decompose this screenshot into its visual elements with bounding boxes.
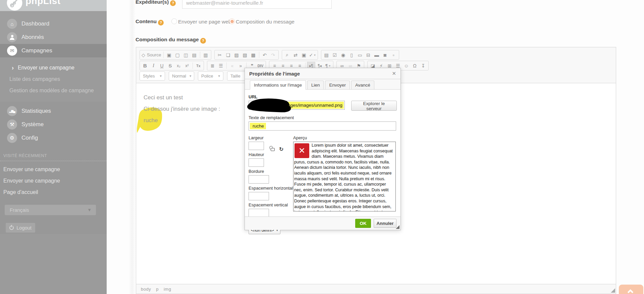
dialog-tab[interactable]: Informations sur l'image (250, 80, 306, 90)
sender-input[interactable] (182, 0, 332, 9)
language-select[interactable]: Français ▼ (5, 205, 96, 215)
paste-word-icon: ▩ (251, 52, 255, 58)
outdent-button[interactable]: « (228, 62, 236, 70)
chevron-down-icon: ▾ (160, 74, 162, 78)
ok-button[interactable]: OK (355, 219, 371, 228)
paste-text-button[interactable]: ▧ (241, 51, 249, 59)
select-field-button[interactable]: ⊟ (364, 51, 373, 59)
reset-size-icon[interactable]: ↻ (279, 147, 283, 152)
element-path-item[interactable]: img (164, 287, 171, 292)
submenu-item-envoyer-une-campagne[interactable]: › Envoyer une campagne (0, 62, 107, 74)
radio-compose-label[interactable]: Composition du message (236, 19, 294, 25)
sidebar-item-statistiques[interactable]: ▂▆▄ Statistiques (0, 104, 107, 118)
strike-button[interactable]: S (166, 62, 174, 70)
italic-button[interactable]: I (149, 62, 158, 70)
button-button[interactable]: ▬ (373, 51, 381, 59)
underline-button[interactable]: U (158, 62, 166, 70)
radio-send-webpage[interactable] (171, 18, 177, 24)
border-input[interactable] (249, 175, 269, 184)
help-icon[interactable] (200, 38, 206, 44)
replace-button[interactable]: ⇄ (291, 51, 300, 59)
bold-icon: B (143, 63, 147, 68)
hidden-field-button[interactable]: ▫ (389, 51, 398, 59)
preview-button[interactable]: ◫ (182, 51, 190, 59)
chevron-down-icon: ▾ (190, 74, 192, 78)
templates-button[interactable]: ▥ (202, 51, 210, 59)
editor-paragraph[interactable]: Ceci est un test (144, 94, 616, 101)
sidebar-item-label: Abonnés (21, 34, 44, 41)
sidebar-item-systeme[interactable]: ⚒ Système (0, 118, 107, 131)
phplist-logo-icon[interactable] (7, 0, 22, 11)
radio-compose-message[interactable] (229, 18, 235, 24)
sidebar-item-abonnes[interactable]: Abonnés (0, 31, 107, 44)
close-icon[interactable]: ✕ (392, 70, 396, 77)
dialog-resize-grip[interactable] (396, 225, 399, 229)
dialog-tab[interactable]: Lien (307, 81, 324, 89)
dialog-title-bar[interactable]: Propriétés de l'image ✕ (245, 68, 400, 79)
editor-resize-grip[interactable] (611, 288, 615, 293)
save-button[interactable]: ▣ (165, 51, 173, 59)
select-all-button[interactable]: ▣ (300, 51, 308, 59)
submenu-item-gestion-des-modeles[interactable]: Gestion des modèles de campagne (0, 85, 107, 96)
new-page-button[interactable]: ▢ (173, 51, 182, 59)
font-select[interactable]: Police▾ (198, 71, 223, 81)
help-icon[interactable] (158, 20, 164, 26)
sidebar-submenu: › Envoyer une campagne Liste des campagn… (0, 57, 107, 102)
hidden-field-icon: ▫ (393, 52, 394, 58)
sidebar-item-campagnes[interactable]: ✉ Campagnes (0, 44, 107, 57)
cut-button[interactable]: ✂ (216, 51, 224, 59)
bold-button[interactable]: B (141, 62, 149, 70)
numbered-list-button[interactable]: ≣ (208, 62, 217, 70)
height-input[interactable] (249, 158, 264, 167)
editor-paragraph-highlighted[interactable]: ruche (144, 117, 616, 124)
bulleted-list-button[interactable]: ☰ (217, 62, 225, 70)
remove-format-button[interactable]: Tx (194, 62, 203, 70)
paste-word-button[interactable]: ▩ (249, 51, 258, 59)
editor-paragraph[interactable]: Ci-dessou j'insère une image : (144, 106, 616, 112)
format-select[interactable]: Normal▾ (169, 71, 194, 81)
dialog-tab[interactable]: Avancé (351, 81, 374, 89)
copy-button[interactable]: ❏ (224, 51, 232, 59)
spell-check-button[interactable]: ✓▾ (308, 51, 317, 59)
logo-text[interactable]: phpList (25, 0, 61, 6)
dialog-tab[interactable]: Envoyer (325, 81, 350, 89)
special-char-button[interactable]: Ω (411, 62, 419, 70)
undo-button[interactable]: ↶ (261, 51, 269, 59)
help-icon[interactable] (170, 0, 176, 6)
logout-button[interactable]: Logout (6, 223, 35, 233)
cancel-button[interactable]: Annuler (374, 219, 396, 228)
element-path-item[interactable]: body (141, 287, 151, 292)
recent-link-envoyer-1[interactable]: Envoyer une campagne (3, 166, 107, 173)
vspace-input[interactable] (249, 209, 269, 217)
element-path-item[interactable]: p (156, 287, 159, 292)
textarea-icon: ▭ (358, 52, 362, 58)
textarea-button[interactable]: ▭ (356, 51, 364, 59)
radio-webpage-label[interactable]: Envoyer une page web (178, 19, 231, 25)
sidebar-item-dashboard[interactable]: ⌂ Dashboard (0, 17, 107, 31)
superscript-button[interactable]: x² (183, 62, 191, 70)
checkbox-button[interactable]: ☑ (331, 51, 339, 59)
paste-button[interactable]: ▨ (232, 51, 241, 59)
source-button[interactable]: ◇Source (141, 51, 162, 59)
subscript-button[interactable]: x₂ (174, 62, 183, 70)
lock-ratio-icon[interactable] (271, 148, 275, 151)
width-input[interactable] (249, 142, 264, 150)
back-to-top-button[interactable] (619, 285, 643, 294)
styles-select[interactable]: Styles▾ (140, 71, 165, 81)
redo-button[interactable]: ↷ (269, 51, 277, 59)
radio-button-button[interactable]: ◉ (339, 51, 347, 59)
hspace-input[interactable] (249, 192, 269, 200)
sidebar-item-config[interactable]: ⚙ Config (0, 131, 107, 145)
print-button[interactable]: ▤ (190, 51, 199, 59)
text-field-button[interactable]: ▯ (347, 51, 356, 59)
submenu-item-liste-des-campagnes[interactable]: Liste des campagnes (0, 74, 107, 85)
indent-button[interactable]: » (236, 62, 245, 70)
recent-link-accueil[interactable]: Page d'accueil (3, 189, 107, 195)
form-button[interactable]: ▤ (322, 51, 331, 59)
bidi-ltr-icon: ▸¶ (309, 63, 313, 68)
recent-link-envoyer-2[interactable]: Envoyer une campagne (3, 178, 107, 184)
image-button-button[interactable]: ◙ (381, 51, 389, 59)
smiley-button[interactable]: ☺ (402, 62, 411, 70)
page-break-button[interactable]: ↧ (419, 62, 427, 70)
find-button[interactable]: ⌕ (283, 51, 291, 59)
